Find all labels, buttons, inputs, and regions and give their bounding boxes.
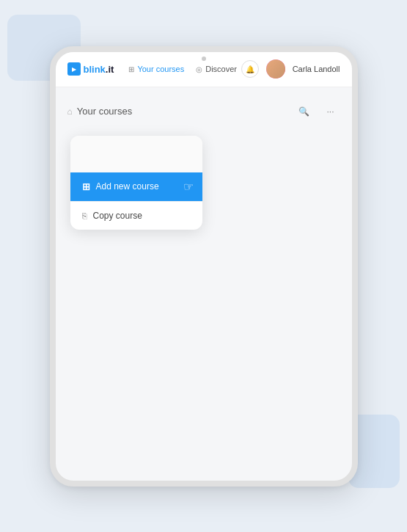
sub-header: ⌂ Your courses 🔍 ··· (67, 99, 340, 124)
card-placeholder (70, 136, 202, 172)
dropdown-card: ⊞ Add new course ☞ ⎘ Copy course (70, 136, 202, 230)
home-icon: ⌂ (67, 106, 73, 117)
bell-icon[interactable]: 🔔 (241, 60, 259, 78)
nav-links: ⊞ Your courses ◎ Discover (128, 65, 241, 73)
avatar-image (266, 59, 285, 79)
nav-your-courses[interactable]: ⊞ Your courses (128, 65, 184, 73)
tablet-frame: blink.it ⊞ Your courses ◎ Discover 🔔 Car… (50, 46, 358, 487)
sub-header-title: Your courses (77, 106, 132, 117)
logo-icon (67, 62, 81, 76)
tablet-camera (202, 57, 206, 61)
user-name: Carla Landoll (293, 65, 340, 73)
nav-your-courses-label: Your courses (137, 65, 184, 73)
copy-icon: ⎘ (82, 211, 87, 220)
cursor-icon: ☞ (183, 180, 194, 194)
compass-icon: ◎ (196, 65, 202, 73)
logo-text: blink.it (84, 64, 114, 75)
sub-header-right: 🔍 ··· (295, 102, 340, 121)
nav-discover-label: Discover (205, 65, 237, 73)
copy-course-label: Copy course (93, 211, 142, 221)
grid-icon: ⊞ (128, 65, 134, 73)
add-course-button[interactable]: ⊞ Add new course ☞ (70, 172, 202, 201)
add-course-label: Add new course (96, 181, 159, 192)
nav-discover[interactable]: ◎ Discover (196, 65, 237, 73)
avatar (266, 59, 285, 79)
more-options-button[interactable]: ··· (321, 102, 340, 121)
search-button[interactable]: 🔍 (295, 102, 314, 121)
copy-course-option[interactable]: ⎘ Copy course (70, 201, 202, 230)
app-logo[interactable]: blink.it (67, 62, 114, 76)
navbar-right: 🔔 Carla Landoll (241, 59, 340, 79)
page-content: ⌂ Your courses 🔍 ··· ⊞ Add new course ☞ … (56, 87, 352, 241)
sub-header-left: ⌂ Your courses (67, 106, 133, 117)
add-icon: ⊞ (82, 181, 90, 192)
